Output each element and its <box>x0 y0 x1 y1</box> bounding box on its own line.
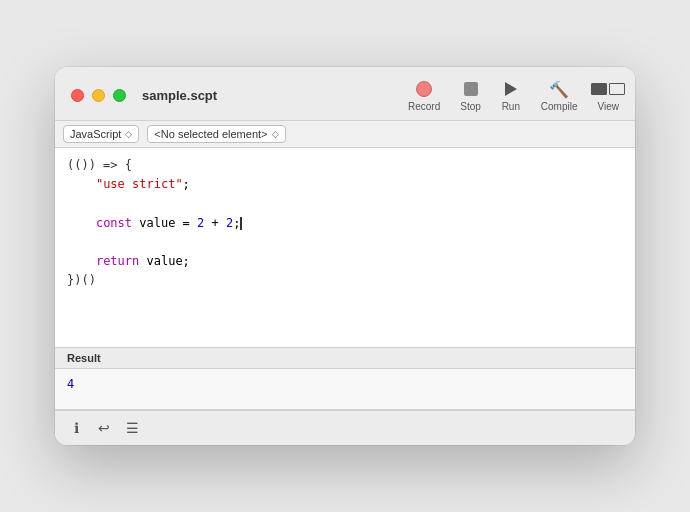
info-button[interactable]: ℹ <box>67 419 85 437</box>
maximize-button[interactable] <box>113 89 126 102</box>
window-title: sample.scpt <box>142 88 408 103</box>
view-button[interactable]: View <box>598 79 620 112</box>
info-icon: ℹ <box>74 420 79 436</box>
language-chevron: ◇ <box>125 129 132 139</box>
code-editor[interactable]: (()) => { "use strict"; const value = 2 … <box>55 148 635 348</box>
record-label: Record <box>408 101 440 112</box>
element-selector-label: <No selected element> <box>154 128 267 140</box>
stop-icon <box>461 79 481 99</box>
code-line-5 <box>67 233 623 252</box>
list-button[interactable]: ☰ <box>123 419 141 437</box>
language-selector[interactable]: JavaScript ◇ <box>63 125 139 143</box>
stop-button[interactable]: Stop <box>460 79 481 112</box>
compile-icon: 🔨 <box>549 79 569 99</box>
code-line-3 <box>67 194 623 213</box>
code-line-7: })() <box>67 271 623 290</box>
result-value: 4 <box>55 369 635 409</box>
traffic-lights <box>71 89 126 102</box>
list-icon: ☰ <box>126 420 139 436</box>
bottom-bar: ℹ ↩ ☰ <box>55 410 635 445</box>
code-line-1: (()) => { <box>67 156 623 175</box>
toolbar-actions: Record Stop Run 🔨 Compile <box>408 79 619 112</box>
compile-label: Compile <box>541 101 578 112</box>
minimize-button[interactable] <box>92 89 105 102</box>
record-button[interactable]: Record <box>408 79 440 112</box>
main-window: sample.scpt Record Stop R <box>55 67 635 445</box>
code-line-2: "use strict"; <box>67 175 623 194</box>
compile-button[interactable]: 🔨 Compile <box>541 79 578 112</box>
record-icon <box>414 79 434 99</box>
code-line-6: return value; <box>67 252 623 271</box>
view-label: View <box>598 101 620 112</box>
run-label: Run <box>502 101 520 112</box>
result-header: Result <box>55 348 635 369</box>
back-button[interactable]: ↩ <box>95 419 113 437</box>
run-icon <box>501 79 521 99</box>
close-button[interactable] <box>71 89 84 102</box>
view-icon <box>598 79 618 99</box>
back-icon: ↩ <box>98 420 110 436</box>
element-selector[interactable]: <No selected element> ◇ <box>147 125 285 143</box>
stop-label: Stop <box>460 101 481 112</box>
editor-toolbar: JavaScript ◇ <No selected element> ◇ <box>55 121 635 148</box>
title-bar: sample.scpt Record Stop R <box>55 67 635 121</box>
result-section: Result 4 <box>55 348 635 410</box>
element-chevron: ◇ <box>272 129 279 139</box>
code-line-4: const value = 2 + 2; <box>67 214 623 233</box>
run-button[interactable]: Run <box>501 79 521 112</box>
language-selector-label: JavaScript <box>70 128 121 140</box>
